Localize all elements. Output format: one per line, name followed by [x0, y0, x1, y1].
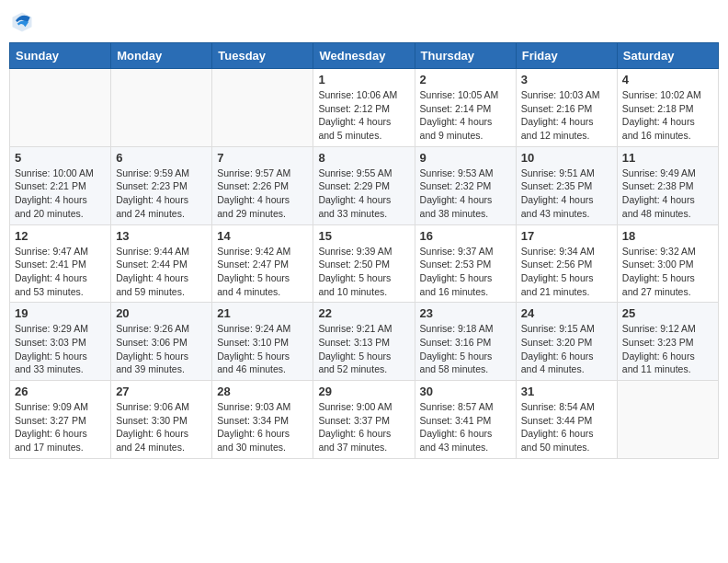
day-number: 17	[521, 229, 612, 243]
calendar-cell: 8Sunrise: 9:55 AMSunset: 2:29 PMDaylight…	[313, 146, 415, 224]
logo	[9, 9, 39, 35]
calendar-cell: 27Sunrise: 9:06 AMSunset: 3:30 PMDayligh…	[111, 381, 212, 459]
weekday-header-cell: Thursday	[415, 43, 516, 69]
day-info: Sunrise: 9:59 AMSunset: 2:23 PMDaylight:…	[116, 167, 207, 221]
day-number: 12	[15, 229, 106, 243]
calendar-cell: 17Sunrise: 9:34 AMSunset: 2:56 PMDayligh…	[516, 224, 617, 303]
day-info: Sunrise: 9:57 AMSunset: 2:26 PMDaylight:…	[217, 167, 308, 221]
day-info: Sunrise: 10:06 AMSunset: 2:12 PMDaylight…	[318, 88, 409, 143]
day-info: Sunrise: 9:32 AMSunset: 3:00 PMDaylight:…	[622, 245, 713, 299]
day-info: Sunrise: 8:57 AMSunset: 3:41 PMDaylight:…	[420, 400, 511, 454]
calendar-cell: 15Sunrise: 9:39 AMSunset: 2:50 PMDayligh…	[313, 224, 415, 303]
day-info: Sunrise: 9:34 AMSunset: 2:56 PMDaylight:…	[521, 245, 612, 299]
calendar-cell: 25Sunrise: 9:12 AMSunset: 3:23 PMDayligh…	[617, 303, 718, 381]
calendar-cell: 5Sunrise: 10:00 AMSunset: 2:21 PMDayligh…	[10, 146, 111, 224]
day-info: Sunrise: 9:53 AMSunset: 2:32 PMDaylight:…	[420, 167, 511, 221]
day-info: Sunrise: 9:09 AMSunset: 3:27 PMDaylight:…	[15, 400, 106, 454]
day-info: Sunrise: 9:12 AMSunset: 3:23 PMDaylight:…	[622, 322, 713, 376]
day-number: 7	[217, 151, 308, 165]
weekday-header-cell: Wednesday	[313, 43, 415, 69]
calendar-week-row: 1Sunrise: 10:06 AMSunset: 2:12 PMDayligh…	[10, 69, 719, 147]
weekday-header-cell: Saturday	[617, 43, 718, 69]
day-info: Sunrise: 10:02 AMSunset: 2:18 PMDaylight…	[622, 88, 713, 143]
day-number: 11	[622, 151, 713, 165]
day-info: Sunrise: 9:42 AMSunset: 2:47 PMDaylight:…	[217, 245, 308, 299]
general-blue-icon	[9, 9, 35, 35]
calendar-week-row: 26Sunrise: 9:09 AMSunset: 3:27 PMDayligh…	[10, 381, 719, 459]
weekday-header-cell: Friday	[516, 43, 617, 69]
day-number: 14	[217, 229, 308, 243]
calendar-cell	[212, 69, 313, 147]
day-number: 19	[15, 306, 106, 320]
day-info: Sunrise: 10:00 AMSunset: 2:21 PMDaylight…	[15, 167, 106, 221]
day-number: 8	[318, 151, 409, 165]
day-info: Sunrise: 8:54 AMSunset: 3:44 PMDaylight:…	[521, 400, 612, 454]
calendar-cell: 23Sunrise: 9:18 AMSunset: 3:16 PMDayligh…	[415, 303, 516, 381]
day-info: Sunrise: 9:21 AMSunset: 3:13 PMDaylight:…	[318, 322, 409, 376]
calendar-cell: 2Sunrise: 10:05 AMSunset: 2:14 PMDayligh…	[415, 69, 516, 147]
calendar-cell: 26Sunrise: 9:09 AMSunset: 3:27 PMDayligh…	[10, 381, 111, 459]
calendar-cell: 13Sunrise: 9:44 AMSunset: 2:44 PMDayligh…	[111, 224, 212, 303]
day-number: 9	[420, 151, 511, 165]
day-number: 4	[622, 73, 713, 86]
calendar-cell: 12Sunrise: 9:47 AMSunset: 2:41 PMDayligh…	[10, 224, 111, 303]
day-number: 13	[116, 229, 207, 243]
day-number: 3	[521, 73, 612, 86]
day-number: 28	[217, 385, 308, 398]
calendar-cell: 3Sunrise: 10:03 AMSunset: 2:16 PMDayligh…	[516, 69, 617, 147]
day-info: Sunrise: 10:05 AMSunset: 2:14 PMDaylight…	[420, 88, 511, 143]
calendar-cell: 7Sunrise: 9:57 AMSunset: 2:26 PMDaylight…	[212, 146, 313, 224]
calendar-cell	[10, 69, 111, 147]
day-number: 5	[15, 151, 106, 165]
day-number: 23	[420, 306, 511, 320]
calendar-cell: 1Sunrise: 10:06 AMSunset: 2:12 PMDayligh…	[313, 69, 415, 147]
weekday-header-cell: Tuesday	[212, 43, 313, 69]
day-number: 2	[420, 73, 511, 86]
day-number: 20	[116, 306, 207, 320]
day-number: 25	[622, 306, 713, 320]
day-info: Sunrise: 9:24 AMSunset: 3:10 PMDaylight:…	[217, 322, 308, 376]
calendar-cell: 16Sunrise: 9:37 AMSunset: 2:53 PMDayligh…	[415, 224, 516, 303]
day-info: Sunrise: 9:44 AMSunset: 2:44 PMDaylight:…	[116, 245, 207, 299]
calendar-cell: 9Sunrise: 9:53 AMSunset: 2:32 PMDaylight…	[415, 146, 516, 224]
calendar-cell: 22Sunrise: 9:21 AMSunset: 3:13 PMDayligh…	[313, 303, 415, 381]
day-number: 1	[318, 73, 409, 86]
day-info: Sunrise: 9:29 AMSunset: 3:03 PMDaylight:…	[15, 322, 106, 376]
day-info: Sunrise: 9:26 AMSunset: 3:06 PMDaylight:…	[116, 322, 207, 376]
day-number: 16	[420, 229, 511, 243]
calendar-cell: 6Sunrise: 9:59 AMSunset: 2:23 PMDaylight…	[111, 146, 212, 224]
calendar-cell: 30Sunrise: 8:57 AMSunset: 3:41 PMDayligh…	[415, 381, 516, 459]
calendar-cell: 18Sunrise: 9:32 AMSunset: 3:00 PMDayligh…	[617, 224, 718, 303]
calendar-cell: 11Sunrise: 9:49 AMSunset: 2:38 PMDayligh…	[617, 146, 718, 224]
day-info: Sunrise: 9:49 AMSunset: 2:38 PMDaylight:…	[622, 167, 713, 221]
calendar-week-row: 19Sunrise: 9:29 AMSunset: 3:03 PMDayligh…	[10, 303, 719, 381]
calendar-cell	[617, 381, 718, 459]
day-number: 30	[420, 385, 511, 398]
day-info: Sunrise: 9:06 AMSunset: 3:30 PMDaylight:…	[116, 400, 207, 454]
day-info: Sunrise: 9:51 AMSunset: 2:35 PMDaylight:…	[521, 167, 612, 221]
day-number: 6	[116, 151, 207, 165]
day-number: 26	[15, 385, 106, 398]
day-number: 15	[318, 229, 409, 243]
page-header	[9, 9, 719, 35]
calendar-cell: 20Sunrise: 9:26 AMSunset: 3:06 PMDayligh…	[111, 303, 212, 381]
day-number: 21	[217, 306, 308, 320]
calendar-cell: 10Sunrise: 9:51 AMSunset: 2:35 PMDayligh…	[516, 146, 617, 224]
day-info: Sunrise: 9:37 AMSunset: 2:53 PMDaylight:…	[420, 245, 511, 299]
day-info: Sunrise: 10:03 AMSunset: 2:16 PMDaylight…	[521, 88, 612, 143]
calendar-table: SundayMondayTuesdayWednesdayThursdayFrid…	[9, 42, 719, 459]
calendar-cell: 4Sunrise: 10:02 AMSunset: 2:18 PMDayligh…	[617, 69, 718, 147]
day-info: Sunrise: 9:03 AMSunset: 3:34 PMDaylight:…	[217, 400, 308, 454]
weekday-header-cell: Sunday	[10, 43, 111, 69]
day-number: 22	[318, 306, 409, 320]
calendar-cell: 31Sunrise: 8:54 AMSunset: 3:44 PMDayligh…	[516, 381, 617, 459]
day-info: Sunrise: 9:15 AMSunset: 3:20 PMDaylight:…	[521, 322, 612, 376]
day-number: 18	[622, 229, 713, 243]
weekday-header-cell: Monday	[111, 43, 212, 69]
calendar-cell: 29Sunrise: 9:00 AMSunset: 3:37 PMDayligh…	[313, 381, 415, 459]
calendar-cell: 21Sunrise: 9:24 AMSunset: 3:10 PMDayligh…	[212, 303, 313, 381]
day-info: Sunrise: 9:00 AMSunset: 3:37 PMDaylight:…	[318, 400, 409, 454]
day-number: 31	[521, 385, 612, 398]
day-number: 27	[116, 385, 207, 398]
calendar-cell: 28Sunrise: 9:03 AMSunset: 3:34 PMDayligh…	[212, 381, 313, 459]
